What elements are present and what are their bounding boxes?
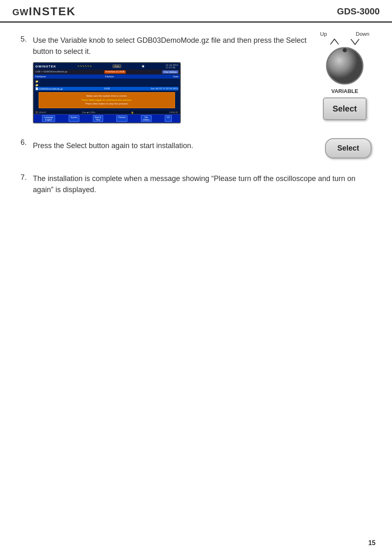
page-content: 5. Use the Variable knob to select GDB03… xyxy=(0,23,392,223)
up-label: Up xyxy=(320,31,327,37)
svg-point-0 xyxy=(327,48,363,84)
scope-file-size: 11KB xyxy=(104,87,110,90)
step-6-content: Press the Select button again to start i… xyxy=(33,138,371,158)
scope-btn-language[interactable]: LanguageEnglish xyxy=(42,115,55,122)
page-header: GWINSTEK GDS-3000 xyxy=(0,0,392,23)
step-5-right: Up Down xyxy=(318,31,371,120)
scope-folder-item: 📁 xyxy=(35,83,178,87)
scope-trigger-icon: 🔒 xyxy=(131,111,134,114)
step-5-left: Use the Variable knob to select GDB03Dem… xyxy=(33,35,310,123)
scope-dialog-line1: Make sure the system time is correct. xyxy=(42,94,172,98)
knob-top-labels: Up Down xyxy=(320,31,369,37)
scope-file-row-selected: 📄 GDB03DemoMode.gz 11KB Jun Jul 22 17:22… xyxy=(35,87,178,91)
scope-file-icon: 📄 GDB03DemoMode.gz xyxy=(35,87,63,90)
page-number: 15 xyxy=(368,539,376,547)
scope-logo: GWINSTEK xyxy=(35,65,56,68)
scope-path-bar: USB > GDB03DemoMode.gz FreeSize:21.5GB F… xyxy=(34,70,180,74)
scope-folder-icon: 📁 .. xyxy=(35,80,40,83)
step-5-content: Use the Variable knob to select GDB03Dem… xyxy=(33,35,371,123)
scope-dialog-line2: Press Select again to continuous this pr… xyxy=(42,98,172,102)
scope-btn-system[interactable]: System xyxy=(69,115,80,122)
step-6-number: 6. xyxy=(21,138,33,147)
scope-btn-io[interactable]: I/O xyxy=(165,115,172,122)
scope-free-size: FreeSize:21.5GB xyxy=(104,70,126,74)
scope-file-area: 📁 .. 📁 📄 GDB03DemoMode.gz 11KB Jun Jul 2… xyxy=(34,79,180,111)
scope-file-date: Jun Jul 22 17:22 54 2011 xyxy=(151,87,178,90)
scope-signal: ∿∿∿∿∿∿ xyxy=(77,65,92,68)
scope-top-bar: GWINSTEK ∿∿∿∿∿∿ Auto ▣ 12 Jul 2011 17:27… xyxy=(34,63,180,70)
step-5-block: 5. Use the Variable knob to select GDB03… xyxy=(21,35,371,123)
scope-status-bar: ⬛ 100mV2 10us ◀ 0.000s 🔒 0.0Hz DC xyxy=(34,111,180,114)
scope-auto-btn: Auto xyxy=(113,65,121,68)
step-5-text: Use the Variable knob to select GDB03Dem… xyxy=(33,35,310,57)
step-7-content: The installation is complete when a mess… xyxy=(33,173,371,195)
down-label: Down xyxy=(356,31,369,37)
scope-bottom-bar: LanguageEnglish System Date &Time Printo… xyxy=(34,114,180,123)
step-6-block: 6. Press the Select button again to star… xyxy=(21,138,371,158)
scope-ch1-info: ⬛ 100mV2 xyxy=(35,111,46,114)
logo-text: GWINSTEK xyxy=(12,5,76,18)
svg-point-1 xyxy=(343,48,347,52)
scope-date: 12 Jul 2011 17:27:29 xyxy=(166,64,178,69)
company-logo: GWINSTEK xyxy=(12,5,76,18)
scope-col-filename: FileName xyxy=(35,75,46,78)
step-6-layout: Press the Select button again to start i… xyxy=(33,138,371,158)
scope-table-header: FileName FileSize Date xyxy=(34,74,180,79)
scope-freq-info: 0.0Hz DC xyxy=(169,111,178,114)
step-7-block: 7. The installation is complete when a m… xyxy=(21,173,371,195)
scope-dialog: Make sure the system time is correct. Pr… xyxy=(39,92,175,108)
scope-folder-icon2: 📁 xyxy=(35,84,38,86)
scope-col-date: Date xyxy=(173,75,178,78)
step-7-text: The installation is complete when a mess… xyxy=(33,173,371,195)
scope-path: USB > GDB03DemoMode.gz xyxy=(35,70,67,74)
variable-knob-area: Up Down xyxy=(318,31,371,94)
scope-col-filesize: FileSize xyxy=(105,75,114,78)
step-5-layout: Use the Variable knob to select GDB03Dem… xyxy=(33,35,371,123)
scope-btn-file-utilities[interactable]: FileUtilities xyxy=(141,115,152,122)
select-button-step5[interactable]: Select xyxy=(323,98,367,120)
oscilloscope-screen: GWINSTEK ∿∿∿∿∿∿ Auto ▣ 12 Jul 2011 17:27… xyxy=(33,62,181,123)
step-5-number: 5. xyxy=(21,35,33,44)
scope-file-utilities-btn[interactable]: File Utilities xyxy=(162,70,178,74)
scope-dialog-line3: Press other button to stop this process! xyxy=(42,102,172,106)
scope-folder-up: 📁 .. xyxy=(35,79,178,83)
knob-label: VARIABLE xyxy=(331,88,358,94)
scope-btn-printout[interactable]: Printout xyxy=(116,115,127,122)
knob-circle-svg xyxy=(324,45,365,86)
scope-btn-date[interactable]: Date &Time xyxy=(93,115,103,122)
scope-time-info: 10us ◀ 0.000s xyxy=(82,111,95,114)
logo-instek: INSTEK xyxy=(29,5,76,18)
scope-dialog-highlight: Press Select again to continuous this pr… xyxy=(82,99,132,101)
model-name: GDS-3000 xyxy=(337,6,380,17)
step-6-text: Press the Select button again to start i… xyxy=(33,140,193,151)
step-7-number: 7. xyxy=(21,173,33,182)
logo-gw: GW xyxy=(12,7,29,17)
knob-arrows-svg xyxy=(320,37,369,45)
scope-icon-small: ▣ xyxy=(142,65,145,68)
select-button-step6[interactable]: Select xyxy=(325,138,371,158)
